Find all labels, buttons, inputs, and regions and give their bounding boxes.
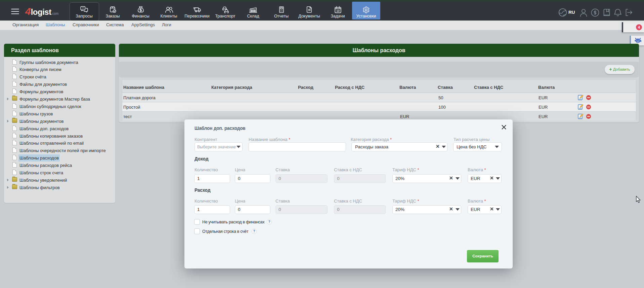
svg-text:13: 13: [336, 9, 340, 12]
svg-text:?: ?: [82, 7, 83, 9]
